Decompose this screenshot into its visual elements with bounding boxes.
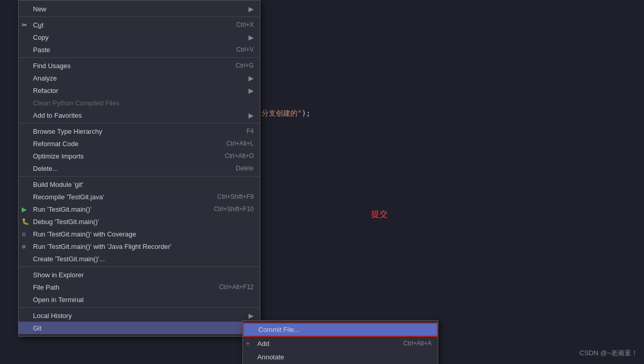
git-annotate-label: Annotate bbox=[257, 353, 284, 361]
menu-item-run[interactable]: ▶ Run 'TestGit.main()' Ctrl+Shift+F10 bbox=[19, 203, 260, 215]
analyze-arrow: ▶ bbox=[249, 74, 254, 82]
menu-item-recompile[interactable]: Recompile 'TestGit.java' Ctrl+Shift+F9 bbox=[19, 191, 260, 203]
menu-item-new-label: New bbox=[33, 5, 46, 13]
menu-item-show-explorer-label: Show in Explorer bbox=[33, 271, 84, 279]
context-menu: New ▶ ✂ Cut Ctrl+X Copy ▶ Paste Ctrl+V F… bbox=[18, 0, 260, 337]
separator-5 bbox=[19, 266, 260, 267]
separator-4 bbox=[19, 176, 260, 177]
git-add-shortcut: Ctrl+Alt+A bbox=[403, 340, 432, 347]
menu-item-reformat-label: Reformat Code bbox=[33, 140, 78, 148]
coverage-icon: ⊙ bbox=[22, 231, 26, 237]
menu-item-copy[interactable]: Copy ▶ bbox=[19, 31, 260, 43]
separator-2 bbox=[19, 57, 260, 58]
menu-item-build-module[interactable]: Build Module 'git' bbox=[19, 178, 260, 191]
menu-item-favorites[interactable]: Add to Favorites ▶ bbox=[19, 109, 260, 121]
refactor-arrow: ▶ bbox=[249, 87, 254, 94]
browse-hierarchy-shortcut: F4 bbox=[246, 128, 254, 135]
menu-item-delete-label: Delete... bbox=[33, 165, 58, 172]
separator-1 bbox=[19, 17, 260, 17]
menu-item-analyze-label: Analyze bbox=[33, 74, 57, 82]
plus-icon: + bbox=[246, 340, 250, 347]
menu-item-open-terminal-label: Open in Terminal bbox=[33, 296, 84, 304]
reformat-shortcut: Ctrl+Alt+L bbox=[226, 140, 254, 147]
menu-item-paste[interactable]: Paste Ctrl+V bbox=[19, 43, 260, 56]
git-add-label: Add bbox=[257, 340, 269, 347]
menu-item-optimize-imports-label: Optimize Imports bbox=[33, 152, 84, 160]
menu-item-create[interactable]: Create 'TestGit.main()'... bbox=[19, 252, 260, 265]
menu-item-analyze[interactable]: Analyze ▶ bbox=[19, 72, 260, 84]
favorites-arrow: ▶ bbox=[249, 112, 254, 119]
menu-item-debug-label: Debug 'TestGit.main()' bbox=[33, 218, 99, 226]
arrow-icon: ▶ bbox=[249, 5, 254, 13]
run-icon: ▶ bbox=[22, 205, 27, 213]
menu-item-delete[interactable]: Delete... Delete bbox=[19, 162, 260, 175]
optimize-imports-shortcut: Ctrl+Alt+O bbox=[225, 152, 254, 160]
menu-item-refactor-label: Refactor bbox=[33, 87, 58, 94]
menu-item-clean-python-label: Clean Python Compiled Files bbox=[33, 99, 120, 107]
jfr-icon: ⊛ bbox=[22, 244, 26, 249]
menu-item-optimize-imports[interactable]: Optimize Imports Ctrl+Alt+O bbox=[19, 150, 260, 162]
delete-shortcut: Delete bbox=[236, 165, 254, 172]
git-submenu-commit[interactable]: Commit File... bbox=[243, 323, 438, 337]
find-usages-shortcut: Ctrl+G bbox=[236, 62, 254, 69]
menu-item-run-coverage-label: Run 'TestGit.main()' with Coverage bbox=[33, 230, 136, 238]
menu-item-cut[interactable]: ✂ Cut Ctrl+X bbox=[19, 19, 260, 31]
cut-icon: ✂ bbox=[22, 21, 27, 29]
menu-item-git[interactable]: Git ▶ bbox=[19, 322, 260, 334]
menu-item-cut-label: Cut bbox=[33, 21, 43, 29]
menu-item-git-label: Git bbox=[33, 324, 42, 332]
separator-3 bbox=[19, 123, 260, 123]
git-submenu-annotate[interactable]: Annotate bbox=[243, 350, 438, 363]
watermark: CSDN @~老顽童！ bbox=[580, 349, 638, 358]
menu-item-run-jfr[interactable]: ⊛ Run 'TestGit.main()' with 'Java Flight… bbox=[19, 240, 260, 252]
recompile-shortcut: Ctrl+Shift+F9 bbox=[217, 193, 254, 200]
menu-item-debug[interactable]: 🐛 Debug 'TestGit.main()' bbox=[19, 215, 260, 228]
menu-item-local-history-label: Local History bbox=[33, 312, 72, 320]
menu-item-refactor[interactable]: Refactor ▶ bbox=[19, 84, 260, 97]
separator-6 bbox=[19, 307, 260, 308]
commit-annotation: 提交 bbox=[371, 209, 388, 220]
menu-item-new[interactable]: New ▶ bbox=[19, 3, 260, 15]
git-submenu-add[interactable]: + Add Ctrl+Alt+A bbox=[243, 337, 438, 350]
menu-item-favorites-label: Add to Favorites bbox=[33, 112, 82, 119]
run-shortcut: Ctrl+Shift+F10 bbox=[214, 205, 254, 213]
menu-item-create-label: Create 'TestGit.main()'... bbox=[33, 255, 105, 263]
menu-item-file-path[interactable]: File Path Ctrl+Alt+F12 bbox=[19, 281, 260, 293]
menu-item-copy-label: Copy bbox=[33, 34, 48, 41]
file-path-shortcut: Ctrl+Alt+F12 bbox=[219, 283, 254, 291]
menu-item-browse-hierarchy-label: Browse Type Hierarchy bbox=[33, 128, 102, 135]
debug-icon: 🐛 bbox=[22, 218, 29, 225]
menu-item-show-explorer[interactable]: Show in Explorer bbox=[19, 268, 260, 281]
menu-item-find-usages[interactable]: Find Usages Ctrl+G bbox=[19, 59, 260, 72]
menu-item-run-coverage[interactable]: ⊙ Run 'TestGit.main()' with Coverage bbox=[19, 228, 260, 240]
menu-item-run-jfr-label: Run 'TestGit.main()' with 'Java Flight R… bbox=[33, 243, 172, 250]
local-history-arrow: ▶ bbox=[249, 312, 254, 320]
menu-item-build-module-label: Build Module 'git' bbox=[33, 181, 83, 188]
menu-item-find-usages-label: Find Usages bbox=[33, 62, 71, 70]
cut-shortcut: Ctrl+X bbox=[236, 21, 254, 28]
menu-item-run-label: Run 'TestGit.main()' bbox=[33, 205, 91, 213]
menu-item-file-path-label: File Path bbox=[33, 283, 59, 291]
menu-item-recompile-label: Recompile 'TestGit.java' bbox=[33, 193, 104, 201]
menu-item-open-terminal[interactable]: Open in Terminal bbox=[19, 293, 260, 306]
menu-item-paste-label: Paste bbox=[33, 46, 50, 54]
git-commit-label: Commit File... bbox=[258, 326, 300, 334]
menu-item-local-history[interactable]: Local History ▶ bbox=[19, 309, 260, 322]
menu-item-browse-hierarchy[interactable]: Browse Type Hierarchy F4 bbox=[19, 125, 260, 137]
menu-item-reformat[interactable]: Reformat Code Ctrl+Alt+L bbox=[19, 137, 260, 150]
copy-arrow: ▶ bbox=[249, 34, 254, 41]
paste-shortcut: Ctrl+V bbox=[236, 46, 254, 53]
git-submenu: Commit File... + Add Ctrl+Alt+A Annotate… bbox=[242, 320, 438, 364]
menu-item-clean-python: Clean Python Compiled Files bbox=[19, 97, 260, 109]
